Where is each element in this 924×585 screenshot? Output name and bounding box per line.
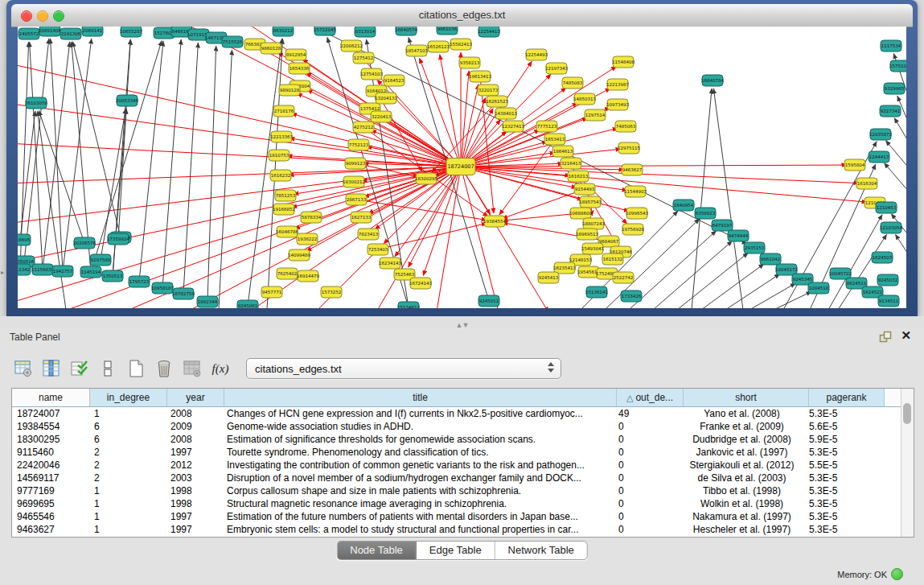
graph-node[interactable]: 9154493 [574, 183, 595, 195]
graph-node[interactable]: 15136141 [585, 286, 608, 298]
citation-network-graph[interactable]: 1872400776638229860128891295416543362342… [18, 27, 906, 308]
graph-node[interactable]: 12254413 [478, 27, 500, 37]
graph-node[interactable]: 7752123 [348, 139, 369, 150]
graph-node[interactable]: 2718176 [273, 105, 294, 117]
graph-node[interactable]: 9245012 [478, 295, 499, 307]
graph-node[interactable]: 15722045 [314, 27, 336, 35]
graph-node[interactable]: 4275212 [353, 122, 374, 133]
graph-node[interactable]: 14384013 [495, 108, 517, 119]
graph-node[interactable]: 20691406 [39, 27, 61, 36]
graph-node[interactable]: 10688609 [569, 208, 592, 219]
graph-node[interactable]: 10996543 [626, 208, 648, 219]
graph-node[interactable]: 8313014 [355, 27, 376, 37]
graph-node[interactable]: 1117534 [881, 40, 901, 51]
graph-node[interactable]: 2516695 [18, 234, 31, 245]
graph-node[interactable]: 3191306 [60, 28, 81, 39]
tab-node-table[interactable]: Node Table [337, 542, 417, 559]
graph-node[interactable]: 9457771 [261, 286, 282, 298]
graph-node[interactable]: 16234143 [379, 257, 401, 269]
graph-node[interactable]: 19613413 [469, 71, 491, 82]
graph-node[interactable]: 19166852 [273, 204, 295, 215]
graph-node[interactable]: 1640954 [673, 200, 694, 211]
graph-node[interactable]: 12103054 [880, 222, 902, 233]
graph-node[interactable]: 12254493 [525, 49, 548, 60]
graph-node[interactable]: 18300295 [415, 173, 437, 184]
graph-node[interactable]: 5878334 [301, 212, 322, 223]
column-header-short[interactable]: short [684, 389, 809, 406]
graph-node[interactable]: 11544903 [624, 186, 647, 197]
table-row[interactable]: 946362711997Embryonic stem cells: a mode… [12, 523, 901, 536]
graph-node[interactable]: 20206576 [73, 237, 96, 249]
column-header-title[interactable]: title [224, 389, 617, 406]
graph-node[interactable]: 9474444 [728, 230, 749, 241]
graph-node[interactable]: 1616213 [568, 171, 589, 182]
graph-node[interactable]: 26103050 [25, 97, 47, 109]
graph-node[interactable]: 16914479 [297, 270, 319, 282]
graph-node[interactable]: 1733426 [621, 290, 642, 302]
graph-node[interactable]: 1942757 [52, 266, 73, 277]
graph-node[interactable]: 9099123 [345, 158, 366, 169]
graph-node[interactable]: 16640574 [395, 27, 417, 35]
graph-node[interactable]: 20853346 [116, 95, 138, 106]
graph-node[interactable]: 2069141 [82, 27, 103, 36]
graph-node[interactable]: 1654336 [289, 63, 310, 74]
table-row[interactable]: 969969511998Structural magnetic resonanc… [12, 497, 901, 510]
scrollbar-thumb[interactable] [903, 403, 911, 424]
select-rows-button[interactable] [68, 356, 92, 381]
row-height-button[interactable] [96, 356, 120, 381]
graph-node[interactable]: 15582413 [450, 39, 472, 50]
table-settings-button[interactable] [11, 356, 35, 381]
graph-node[interactable]: 9861042 [760, 253, 781, 265]
graph-node[interactable]: 1627133 [351, 212, 372, 223]
memory-ok-indicator[interactable] [891, 568, 903, 580]
graph-node[interactable]: 16648784 [701, 75, 724, 86]
table-scrollbar[interactable] [901, 389, 914, 537]
graph-node[interactable]: 18547103 [405, 45, 428, 56]
graph-node[interactable]: 1595804 [844, 159, 865, 171]
graph-node-hub[interactable]: 18724007 [446, 159, 475, 175]
graph-node[interactable]: 1573252 [321, 286, 342, 298]
table-row[interactable]: 1872400712008Changes of HCN gene express… [12, 407, 901, 420]
graph-node[interactable]: 1624503 [872, 252, 893, 263]
graph-node[interactable]: 1297514 [585, 109, 606, 121]
table-row[interactable]: 911546021997Tourette syndrome. Phenomeno… [12, 446, 901, 459]
graph-node[interactable]: 2405572 [18, 28, 39, 39]
graph-node[interactable]: 8630212 [273, 27, 294, 36]
table-row[interactable]: 2242004622012Investigating the contribut… [12, 459, 901, 472]
graph-node[interactable]: 9245061 [237, 300, 258, 308]
create-table-button[interactable] [124, 356, 148, 381]
graph-node[interactable]: 12213987 [606, 79, 629, 90]
graph-node[interactable]: 7625402 [277, 268, 298, 279]
graph-node[interactable]: 3216413 [561, 158, 581, 169]
graph-node[interactable]: 7823413 [358, 229, 379, 240]
graph-node[interactable]: 1616232 [270, 170, 291, 181]
show-columns-button[interactable] [39, 356, 64, 381]
graph-node[interactable]: 6479197 [712, 220, 733, 231]
column-header-year[interactable]: year [167, 389, 224, 406]
graph-node[interactable]: 15751074 [889, 60, 906, 72]
window-titlebar[interactable]: citations_edges.txt [11, 4, 913, 27]
graph-node[interactable]: 1653413 [544, 134, 565, 145]
graph-node[interactable]: 10655287 [120, 27, 142, 37]
graph-node[interactable]: 1864613 [552, 146, 573, 157]
graph-node[interactable]: 7485063 [615, 121, 636, 132]
close-panel-icon[interactable]: ✕ [901, 328, 911, 343]
tab-network-table[interactable]: Network Table [495, 542, 587, 559]
graph-node[interactable]: 9463627 [622, 164, 643, 175]
graph-node[interactable]: 16782759 [172, 288, 195, 299]
graph-node[interactable]: 16046786 [276, 226, 298, 237]
table-row[interactable]: 977716911998Corpus callosum shape and si… [12, 484, 901, 497]
graph-node[interactable]: 10973493 [606, 99, 629, 110]
graph-node[interactable]: 18957543 [579, 196, 602, 208]
graph-node[interactable]: 7515526 [222, 36, 243, 47]
graph-node[interactable]: 16724143 [409, 278, 432, 289]
graph-node[interactable]: 14099489 [288, 249, 310, 261]
graph-node[interactable]: 1275412 [353, 52, 374, 64]
graph-node[interactable]: 9860128 [261, 43, 281, 54]
graph-node[interactable]: 2935153 [744, 242, 765, 253]
graph-node[interactable]: 7775123 [536, 121, 557, 132]
graph-node[interactable]: 19384554 [483, 216, 506, 227]
graph-node[interactable]: 1892344 [197, 296, 218, 307]
column-header-in_degree[interactable]: in_degree [90, 389, 167, 406]
graph-node[interactable]: 9227341 [880, 105, 901, 117]
